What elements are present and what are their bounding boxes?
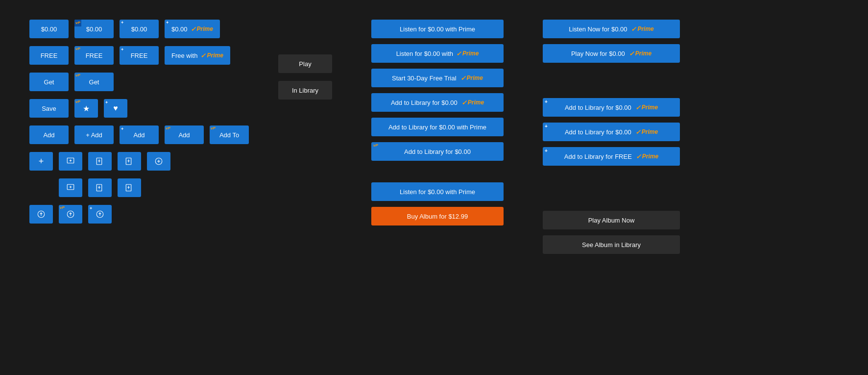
btn-add-plain[interactable]: Add [29,125,69,144]
btn-see-album-library[interactable]: See Album in Library [543,235,680,254]
vp-corner3: vP [74,73,81,78]
btn-add-playlist-icon[interactable] [118,152,141,171]
btn-upload-plus-icon[interactable]: + [88,205,112,224]
btn-free-with-prime[interactable]: Free with ✓Prime [165,46,230,65]
add-playlist2-icon [125,183,134,192]
btn-add-lib-prime[interactable]: Add to Library for $0.00 ✓Prime [371,93,504,112]
prime-badge: ✓Prime [191,25,213,33]
btn-buy-album[interactable]: Buy Album for $12.99 [371,207,504,225]
row-icon1: + [29,152,249,171]
plus-corner4: + [105,100,108,105]
add-track2-icon [66,183,75,192]
btn-add-lib3[interactable]: + Add to Library for $0.00 ✓Prime [543,123,680,141]
btn-add-plus2[interactable]: + Add [120,125,159,144]
btn-add-music-icon[interactable] [147,152,170,171]
row-upload: vP + [29,205,249,224]
left-section: $0.00 vP $0.00 + $0.00 + $0.00 ✓Prime FR… [29,20,249,224]
vp-corner2: vP [74,46,81,52]
star-icon: ★ [83,104,90,113]
btn-play[interactable]: Play [278,54,332,73]
btn-plus-icon[interactable]: + [29,152,53,171]
btn-add-to-vp[interactable]: vP Add To [210,125,249,144]
btn-add-lib2[interactable]: + Add to Library for $0.00 ✓Prime [543,98,680,117]
plus-corner3: + [121,47,123,52]
btn-add-vp[interactable]: vP Add [165,125,204,144]
btn-add-playlist2-icon[interactable] [118,178,141,197]
prime-badge7: ✓Prime [629,50,651,57]
plus-corner8: + [545,124,548,129]
btn-get-plain[interactable]: Get [29,73,69,91]
btn-listen-prime[interactable]: Listen for $0.00 with Prime [371,20,504,38]
btn-save-star[interactable]: vP ★ [74,99,98,118]
plus-corner9: + [545,148,548,153]
prime-badge8: ✓Prime [635,104,658,111]
plus-corner: + [121,21,123,25]
row-save: Save vP ★ + ♥ [29,99,249,118]
btn-save-heart[interactable]: + ♥ [104,99,127,118]
prime-badge4: ✓Prime [460,75,483,82]
row-price: $0.00 vP $0.00 + $0.00 + $0.00 ✓Prime [29,20,249,38]
add-album-icon [96,157,104,166]
upload3-icon [96,210,104,219]
btn-in-library[interactable]: In Library [278,81,332,100]
row-icon2 [29,178,249,197]
btn-add-lib-vp[interactable]: vP Add to Library for $0.00 [371,142,504,161]
btn-free-plus[interactable]: + FREE [120,46,159,65]
prime-badge10: ✓Prime [636,153,658,160]
btn-upload-vp-icon[interactable]: vP [59,205,82,224]
plus-corner2: + [166,21,169,25]
add-album2-icon [96,183,104,192]
btn-add-track-icon[interactable] [59,152,82,171]
main-grid: $0.00 vP $0.00 + $0.00 + $0.00 ✓Prime FR… [29,20,839,254]
btn-add-track2-icon[interactable] [59,178,82,197]
vp-corner6: vP [210,125,217,131]
btn-add-lib-free[interactable]: + Add to Library for FREE ✓Prime [543,147,680,166]
prime-badge3: ✓Prime [456,50,479,57]
btn-free-vp[interactable]: vP FREE [74,46,114,65]
btn-add-album2-icon[interactable] [88,178,112,197]
btn-listen-prime-b[interactable]: Listen for $0.00 with Prime [371,182,504,201]
prime-badge2: ✓Prime [200,52,223,59]
vp-corner7: vP [59,205,66,211]
spacer2 [371,167,504,176]
prime-badge6: ✓Prime [631,25,653,33]
row-add: Add + Add + Add vP Add vP Add To [29,125,249,144]
prime-badge5: ✓Prime [461,99,484,106]
row-free: FREE vP FREE + FREE Free with ✓Prime [29,46,249,65]
btn-upload-icon[interactable] [29,205,53,224]
vp-corner-badge: vP [74,20,81,26]
add-music-icon [154,157,163,166]
vp-corner8: vP [371,142,380,149]
heart-icon: ♥ [113,104,118,113]
btn-listen-now[interactable]: Listen Now for $0.00 ✓Prime [543,20,680,38]
btn-price-plus[interactable]: + $0.00 [120,20,159,38]
btn-price-vp[interactable]: vP $0.00 [74,20,114,38]
plus-icon: + [39,156,44,167]
spacer [278,20,332,47]
btn-save-plain[interactable]: Save [29,99,69,118]
btn-add-album-icon[interactable] [88,152,112,171]
spacer3 [543,69,680,92]
btn-add-plus[interactable]: + Add [74,125,114,144]
btn-price-prime[interactable]: + $0.00 ✓Prime [165,20,220,38]
prime-badge9: ✓Prime [635,128,658,136]
add-track-icon [66,157,75,166]
btn-start-trial[interactable]: Start 30-Day Free Trial ✓Prime [371,69,504,87]
vp-corner4: vP [74,99,81,105]
row-get: Get vP Get [29,73,249,91]
btn-listen-prime2[interactable]: Listen for $0.00 with ✓Prime [371,44,504,63]
vp-corner5: vP [165,125,171,131]
add-playlist-icon [125,157,134,166]
middle-section: Play In Library [278,20,332,100]
btn-get-vp[interactable]: vP Get [74,73,114,91]
btn-free-plain[interactable]: FREE [29,46,69,65]
btn-play-album-now[interactable]: Play Album Now [543,211,680,229]
plus-corner6: + [90,206,92,211]
right-section: Listen for $0.00 with Prime Listen for $… [371,20,504,225]
btn-play-now[interactable]: Play Now for $0.00 ✓Prime [543,44,680,63]
plus-corner5: + [121,126,123,131]
btn-add-lib-prime3[interactable]: Add to Library for $0.00 with Prime [371,118,504,136]
far-right-section: Listen Now for $0.00 ✓Prime Play Now for… [543,20,680,254]
spacer4 [543,172,680,205]
btn-price-plain[interactable]: $0.00 [29,20,69,38]
